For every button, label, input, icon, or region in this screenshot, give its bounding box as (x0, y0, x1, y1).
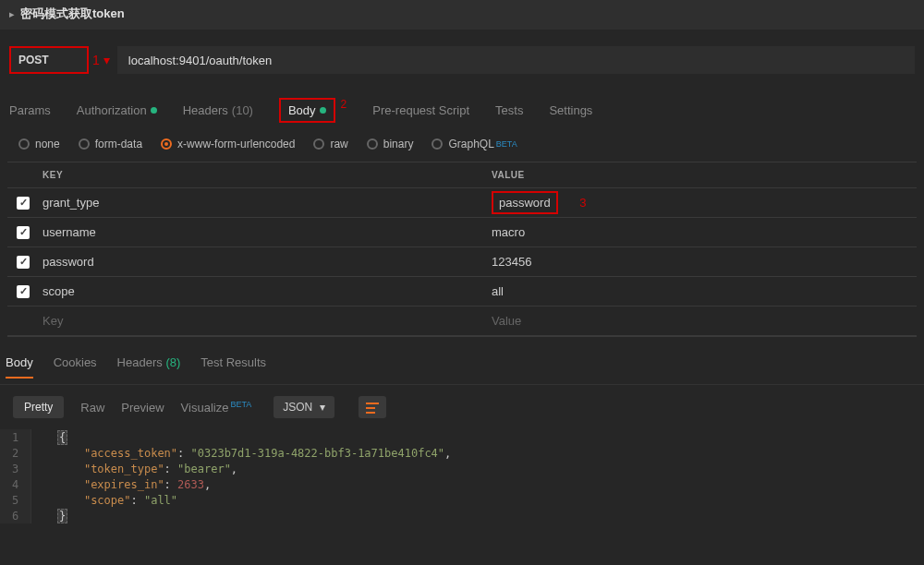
line-number: 1 (0, 429, 31, 445)
status-dot-icon (151, 107, 157, 114)
line-number: 3 (0, 461, 31, 476)
param-key[interactable]: username (39, 225, 482, 239)
http-method-select[interactable]: POST (9, 46, 89, 74)
radio-icon (313, 138, 324, 150)
annotation-3: 3 (579, 196, 586, 210)
view-preview[interactable]: Preview (121, 401, 164, 415)
radio-icon (367, 138, 378, 150)
radio-raw[interactable]: raw (313, 138, 347, 150)
request-tabs: Params Authorization Headers (10) Body 2… (0, 79, 924, 132)
wrap-icon (366, 401, 379, 414)
line-number: 2 (0, 445, 31, 461)
radio-form-data[interactable]: form-data (79, 138, 142, 150)
response-body[interactable]: 1{ 2 "access_token": "0323b7d1-319a-4822… (0, 426, 924, 523)
table-row[interactable]: ✓ grant_type password 3 (7, 188, 917, 218)
param-value[interactable]: macro (482, 225, 917, 239)
view-pretty[interactable]: Pretty (13, 396, 64, 418)
param-key-placeholder[interactable]: Key (39, 314, 482, 328)
json-brace: { (57, 430, 67, 445)
radio-icon (432, 138, 443, 150)
col-key: KEY (39, 170, 482, 180)
request-line: POST 1 ▾ (0, 30, 924, 79)
resp-tab-cookies[interactable]: Cookies (54, 355, 97, 379)
line-number: 5 (0, 492, 31, 508)
annotation-2: 2 (341, 98, 347, 123)
tab-prerequest[interactable]: Pre-request Script (372, 98, 469, 123)
collapse-caret-icon[interactable]: ▸ (9, 8, 15, 20)
wrap-lines-button[interactable] (359, 396, 386, 418)
param-key[interactable]: password (39, 255, 482, 269)
request-title: 密码模式获取token (20, 6, 125, 22)
radio-urlencoded[interactable]: x-www-form-urlencoded (161, 138, 295, 150)
chevron-down-icon: ▾ (320, 401, 325, 414)
view-visualize[interactable]: VisualizeBETA (181, 400, 252, 415)
checkbox-icon[interactable]: ✓ (17, 256, 30, 269)
checkbox-icon[interactable]: ✓ (17, 197, 30, 210)
table-row[interactable]: ✓ scope all (7, 277, 917, 307)
tab-headers[interactable]: Headers (10) (183, 98, 253, 123)
param-key[interactable]: grant_type (39, 196, 482, 210)
json-brace: } (57, 509, 67, 523)
format-select[interactable]: JSON ▾ (274, 396, 334, 418)
checkbox-icon[interactable]: ✓ (17, 285, 30, 298)
annotation-1: 1 (92, 53, 100, 67)
resp-tab-body[interactable]: Body (6, 355, 33, 379)
request-url-input[interactable] (117, 46, 915, 74)
body-params-table: KEY VALUE ✓ grant_type password 3 ✓ user… (7, 162, 917, 337)
tab-body[interactable]: Body (279, 98, 335, 123)
param-value-placeholder[interactable]: Value (482, 314, 917, 328)
radio-icon (18, 138, 30, 150)
highlighted-value: password (492, 191, 558, 214)
line-number: 6 (0, 508, 31, 523)
table-row[interactable]: ✓ password 123456 (7, 247, 917, 277)
tab-settings[interactable]: Settings (549, 98, 592, 123)
request-title-bar: ▸ 密码模式获取token (0, 0, 924, 30)
chevron-down-icon[interactable]: ▾ (103, 53, 110, 67)
param-value[interactable]: all (482, 284, 917, 298)
radio-graphql[interactable]: GraphQLBETA (432, 138, 517, 150)
http-method-label: POST (18, 54, 49, 66)
radio-icon (79, 138, 90, 150)
checkbox-icon[interactable]: ✓ (17, 226, 30, 239)
response-tabs: Body Cookies Headers (8) Test Results (0, 343, 924, 385)
radio-binary[interactable]: binary (367, 138, 414, 150)
radio-none[interactable]: none (18, 138, 60, 150)
response-toolbar: Pretty Raw Preview VisualizeBETA JSON ▾ (0, 385, 924, 426)
resp-tab-headers[interactable]: Headers (8) (117, 355, 181, 379)
tab-authorization[interactable]: Authorization (77, 98, 157, 123)
view-raw[interactable]: Raw (80, 401, 104, 415)
body-type-radios: none form-data x-www-form-urlencoded raw… (0, 132, 924, 162)
param-value[interactable]: 123456 (482, 255, 917, 269)
col-value: VALUE (482, 170, 917, 180)
status-dot-icon (320, 107, 326, 114)
table-header: KEY VALUE (7, 162, 917, 188)
tab-params[interactable]: Params (9, 98, 51, 123)
tab-tests[interactable]: Tests (495, 98, 523, 123)
resp-tab-testresults[interactable]: Test Results (201, 355, 266, 379)
table-row[interactable]: ✓ username macro (7, 218, 917, 247)
param-value[interactable]: password 3 (482, 191, 917, 214)
line-number: 4 (0, 476, 31, 492)
radio-icon (161, 138, 172, 150)
table-row-new[interactable]: Key Value (7, 307, 917, 336)
param-key[interactable]: scope (39, 284, 482, 298)
